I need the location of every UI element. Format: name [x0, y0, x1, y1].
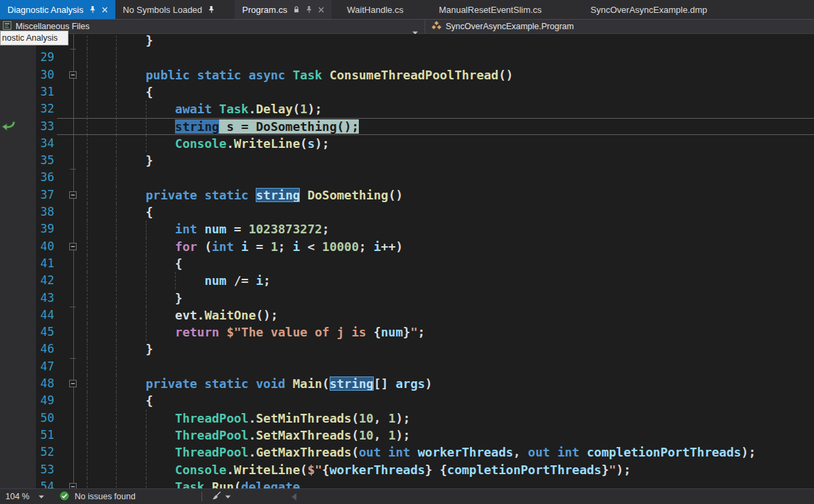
- code-cleanup-button[interactable]: [212, 489, 231, 504]
- line-number: 31: [0, 83, 54, 100]
- line-number: 46: [0, 341, 54, 357]
- document-tab-bar: Diagnostic AnalysisNo Symbols LoadedProg…: [0, 0, 814, 19]
- line-number: 37: [0, 187, 54, 203]
- pin-icon[interactable]: [305, 5, 313, 14]
- code-line-53[interactable]: 53 Console.WriteLine($"{workerThreads} {…: [0, 461, 814, 478]
- chevron-down-icon: [39, 495, 44, 499]
- code-editor[interactable]: }2930 public static async Task ConsumeTh…: [0, 34, 814, 488]
- tab-no-symbols-loaded[interactable]: No Symbols Loaded: [115, 0, 222, 19]
- line-number: 49: [0, 392, 54, 409]
- code-line-44[interactable]: 44 evt.WaitOne();: [0, 307, 814, 324]
- collapse-region-button[interactable]: [69, 191, 77, 199]
- code-line-40[interactable]: 40 for (int i = 1; i < 10000; i++): [0, 238, 814, 255]
- member-dropdown[interactable]: SyncOverAsyncExample.Program: [431, 20, 574, 33]
- tab-program-cs[interactable]: Program.cs: [235, 0, 331, 19]
- code-text: private static void Main(string[] args): [87, 375, 432, 392]
- code-text: {: [87, 255, 182, 272]
- code-line-46[interactable]: 46 }: [0, 341, 814, 357]
- class-icon: [431, 21, 442, 33]
- line-number: 53: [0, 461, 54, 478]
- code-line-32[interactable]: 32 await Task.Delay(1);: [0, 100, 814, 117]
- line-number: 45: [0, 324, 54, 341]
- collapse-region-button[interactable]: [69, 243, 77, 250]
- code-text: string s = DoSomething();: [87, 118, 359, 135]
- tab-manualreseteventslim-cs[interactable]: ManualResetEventSlim.cs: [431, 0, 549, 19]
- code-line-51[interactable]: 51 ThreadPool.SetMaxThreads(10, 1);: [0, 427, 814, 444]
- code-text: ThreadPool.SetMaxThreads(10, 1);: [87, 427, 410, 444]
- code-line-54[interactable]: 54 Task.Run(delegate: [0, 478, 814, 488]
- line-number: 51: [0, 427, 54, 444]
- collapse-region-button[interactable]: [69, 380, 77, 387]
- code-text: Console.WriteLine($"{workerThreads} {com…: [87, 461, 631, 478]
- code-text: int num = 1023873272;: [87, 220, 330, 237]
- code-line-31[interactable]: 31 {: [0, 83, 814, 100]
- code-text: ThreadPool.GetMaxThreads(out int workerT…: [87, 444, 756, 461]
- code-line-38[interactable]: 38 {: [0, 203, 814, 220]
- code-line-47[interactable]: 47: [0, 358, 814, 375]
- line-number: 47: [0, 358, 54, 375]
- line-number: 36: [0, 169, 54, 186]
- tab-tooltip: nostic Analysis: [0, 31, 69, 45]
- code-text: await Task.Delay(1);: [87, 100, 322, 117]
- visual-studio-window: Diagnostic AnalysisNo Symbols LoadedProg…: [0, 0, 814, 504]
- code-text: num /= i;: [87, 272, 271, 289]
- code-line-52[interactable]: 52 ThreadPool.GetMaxThreads(out int work…: [0, 444, 814, 461]
- indent-guide: [87, 358, 88, 375]
- current-statement-arrow-icon: [1, 121, 16, 132]
- zoom-control[interactable]: 104 %: [5, 489, 44, 504]
- collapse-region-button[interactable]: [69, 71, 77, 79]
- collapse-region-button[interactable]: [69, 483, 77, 488]
- tab-label: Program.cs: [242, 5, 287, 15]
- code-text: return $"The value of j is {num}";: [87, 324, 425, 341]
- lock-icon: [293, 5, 300, 14]
- code-line-36[interactable]: 36: [0, 169, 814, 186]
- code-text: for (int i = 1; i < 10000; i++): [87, 238, 403, 255]
- code-line-42[interactable]: 42 num /= i;: [0, 272, 814, 289]
- code-line-34[interactable]: 34 Console.WriteLine(s);: [0, 135, 814, 152]
- code-line-45[interactable]: 45 return $"The value of j is {num}";: [0, 324, 814, 341]
- navbar-separator: [425, 20, 425, 33]
- code-line-37[interactable]: 37 private static string DoSomething(): [0, 187, 814, 203]
- code-line-35[interactable]: 35 }: [0, 152, 814, 169]
- line-number: 38: [0, 203, 54, 220]
- code-text: }: [87, 341, 153, 357]
- code-text: {: [87, 83, 153, 100]
- line-number: 54: [0, 478, 54, 488]
- code-line-41[interactable]: 41 {: [0, 255, 814, 272]
- close-icon[interactable]: [102, 7, 108, 13]
- code-text: public static async Task ConsumeThreadPo…: [87, 66, 513, 83]
- statusbar-separator: [201, 492, 202, 501]
- tab-label: SyncOverAsyncExample.dmp: [591, 5, 708, 15]
- member-dropdown-label: SyncOverAsyncExample.Program: [446, 22, 574, 31]
- code-line-50[interactable]: 50 ThreadPool.SetMinThreads(10, 1);: [0, 410, 814, 427]
- code-line-30[interactable]: 30 public static async Task ConsumeThrea…: [0, 66, 814, 83]
- close-icon[interactable]: [318, 7, 324, 13]
- line-number: 39: [0, 220, 54, 237]
- check-circle-icon: [60, 491, 69, 503]
- line-number: 40: [0, 238, 54, 255]
- code-text: ThreadPool.SetMinThreads(10, 1);: [87, 410, 410, 427]
- pin-icon[interactable]: [208, 5, 215, 14]
- code-line[interactable]: }: [0, 34, 814, 49]
- scroll-left-arrow-icon[interactable]: [292, 489, 296, 504]
- project-dropdown-label: Miscellaneous Files: [16, 22, 90, 31]
- code-line-33[interactable]: 33 string s = DoSomething();: [0, 118, 814, 135]
- code-line-43[interactable]: 43 }: [0, 290, 814, 307]
- tab-waithandle-cs[interactable]: WaitHandle.cs: [340, 0, 411, 19]
- chevron-down-icon: [225, 495, 231, 499]
- tab-label: WaitHandle.cs: [347, 5, 404, 15]
- indent-guide: [116, 358, 117, 375]
- tab-diagnostic-analysis[interactable]: Diagnostic Analysis: [0, 0, 115, 19]
- document-health-indicator[interactable]: No issues found: [60, 489, 136, 504]
- code-line-29[interactable]: 29: [0, 49, 814, 66]
- tab-syncoverasyncexample-dmp[interactable]: SyncOverAsyncExample.dmp: [583, 0, 715, 19]
- code-line-39[interactable]: 39 int num = 1023873272;: [0, 220, 814, 237]
- code-line-49[interactable]: 49 {: [0, 392, 814, 409]
- line-number: 41: [0, 255, 54, 272]
- code-text: {: [87, 392, 153, 409]
- line-number: 30: [0, 66, 54, 83]
- indent-guide: [87, 49, 88, 66]
- code-line-48[interactable]: 48 private static void Main(string[] arg…: [0, 375, 814, 392]
- indent-guide: [116, 169, 117, 186]
- pin-icon[interactable]: [89, 5, 96, 14]
